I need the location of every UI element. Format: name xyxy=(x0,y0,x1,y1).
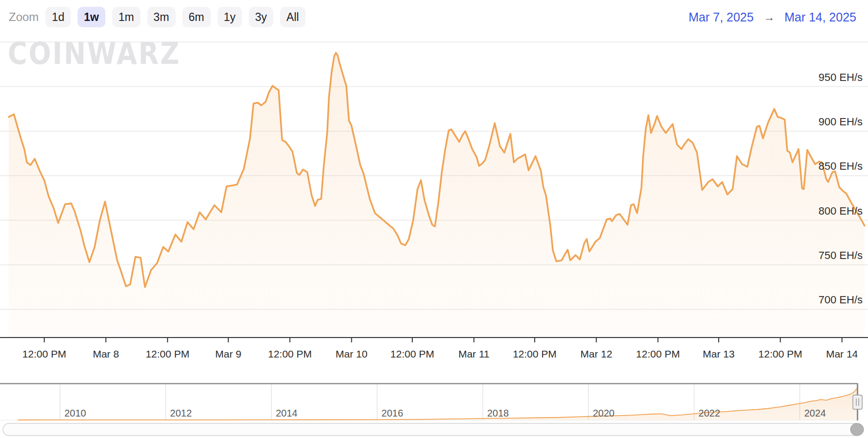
chart-canvas[interactable] xyxy=(0,0,868,438)
y-axis-label: 700 EH/s xyxy=(819,294,863,306)
x-axis-label: 12:00 PM xyxy=(758,348,802,360)
x-axis-label: Mar 9 xyxy=(215,348,242,360)
y-axis-label: 800 EH/s xyxy=(819,205,863,218)
navigator-year-label: 2020 xyxy=(593,408,615,419)
navigator-year-label: 2024 xyxy=(804,408,826,419)
x-axis-label: 12:00 PM xyxy=(636,348,680,360)
x-axis-label: Mar 10 xyxy=(336,348,367,360)
x-axis-label: 12:00 PM xyxy=(390,348,434,360)
navigator-year-label: 2014 xyxy=(276,408,298,419)
x-axis-label: 12:00 PM xyxy=(268,348,312,360)
y-axis-label: 900 EH/s xyxy=(819,116,863,128)
x-axis-label: 12:00 PM xyxy=(22,348,66,360)
x-axis-label: Mar 8 xyxy=(93,348,119,360)
y-axis-label: 950 EH/s xyxy=(819,71,863,84)
x-axis-label: Mar 11 xyxy=(458,348,489,360)
navigator-year-label: 2010 xyxy=(64,408,86,419)
navigator-area-fill xyxy=(18,388,857,420)
scrollbar[interactable] xyxy=(3,423,864,436)
x-axis-label: Mar 14 xyxy=(826,348,858,360)
navigator[interactable] xyxy=(0,383,862,420)
y-axis-label: 750 EH/s xyxy=(819,249,863,262)
navigator-year-label: 2012 xyxy=(170,408,192,419)
navigator-year-label: 2016 xyxy=(382,408,404,419)
x-axis-ticks xyxy=(44,338,842,342)
navigator-year-label: 2022 xyxy=(699,408,721,419)
x-axis-label: Mar 13 xyxy=(703,348,734,360)
navigator-handle[interactable] xyxy=(853,395,862,409)
x-axis-label: 12:00 PM xyxy=(145,348,189,360)
hashrate-area-fill xyxy=(9,53,865,338)
hashrate-area-series xyxy=(9,53,865,338)
navigator-year-label: 2018 xyxy=(487,408,509,419)
x-axis-label: 12:00 PM xyxy=(513,348,557,360)
x-axis-label: Mar 12 xyxy=(580,348,612,360)
scrollbar-track[interactable] xyxy=(3,423,862,436)
y-axis-label: 850 EH/s xyxy=(819,160,863,173)
hashrate-chart-page: Zoom 1d1w1m3m6m1y3yAll Mar 7, 2025 → Mar… xyxy=(0,0,868,438)
navigator-series xyxy=(18,388,857,420)
scrollbar-thumb[interactable] xyxy=(850,423,864,436)
